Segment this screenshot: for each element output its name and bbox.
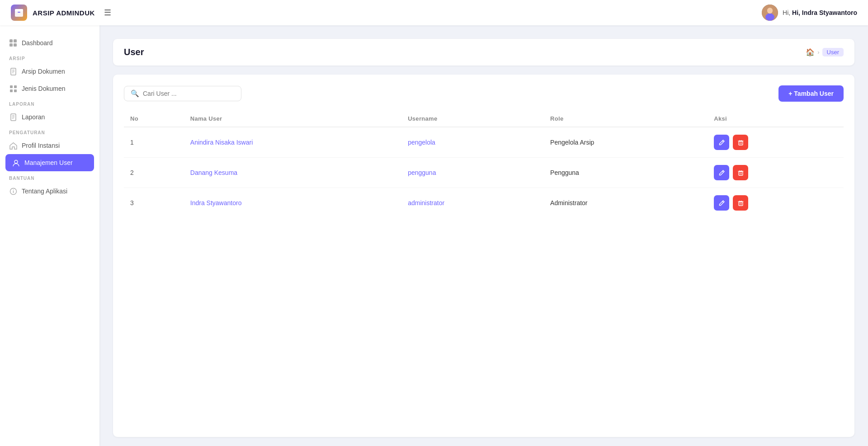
- sidebar-item-manajemen-user[interactable]: Manajemen User: [5, 154, 94, 171]
- cell-no: 2: [124, 158, 184, 188]
- svg-rect-17: [10, 89, 13, 92]
- sidebar-item-label: Dashboard: [22, 39, 53, 47]
- edit-button[interactable]: [714, 195, 729, 211]
- content-card: 🔍 + Tambah User No Nama User Username Ro…: [113, 75, 854, 437]
- breadcrumb: 🏠 › User: [806, 48, 844, 56]
- grid-icon: [9, 39, 17, 47]
- table-row: 2 Danang Kesuma pengguna Pengguna: [124, 158, 844, 188]
- section-label-bantuan: BANTUAN: [0, 171, 99, 183]
- sidebar-item-label: Tentang Aplikasi: [22, 188, 67, 195]
- cell-role: Pengelola Arsip: [544, 127, 708, 158]
- section-label-pengaturan: PENGATURAN: [0, 126, 99, 137]
- cell-username: administrator: [401, 188, 544, 218]
- sidebar-item-label: Manajemen User: [24, 159, 73, 166]
- navbar: ARSIP ADMINDUK ☰ Hi, Hi, Indra Styawanto…: [0, 0, 868, 25]
- navbar-right: Hi, Hi, Indra Styawantoro: [762, 5, 857, 21]
- cell-username: pengelola: [401, 127, 544, 158]
- svg-rect-7: [9, 39, 13, 42]
- app-logo: [11, 5, 27, 21]
- toolbar: 🔍 + Tambah User: [124, 85, 844, 102]
- aksi-group: [714, 165, 837, 180]
- app-title: ARSIP ADMINDUK: [33, 9, 95, 17]
- cell-username: pengguna: [401, 158, 544, 188]
- svg-rect-15: [10, 85, 13, 88]
- home-icon: [9, 141, 17, 150]
- aksi-group: [714, 135, 837, 150]
- col-no: No: [124, 111, 184, 127]
- svg-rect-10: [14, 43, 17, 47]
- sidebar-item-tentang-aplikasi[interactable]: Tentang Aplikasi: [0, 183, 99, 200]
- sidebar-item-label: Profil Instansi: [22, 142, 60, 149]
- search-input[interactable]: [143, 90, 235, 97]
- report-icon: [9, 113, 17, 121]
- col-aksi: Aksi: [708, 111, 844, 127]
- svg-rect-9: [9, 43, 13, 47]
- svg-rect-36: [739, 172, 743, 175]
- breadcrumb-home-icon: 🏠: [806, 48, 815, 56]
- svg-point-23: [14, 160, 18, 163]
- svg-line-35: [722, 171, 723, 172]
- page-header: User 🏠 › User: [113, 39, 854, 66]
- sidebar-item-dashboard[interactable]: Dashboard: [0, 34, 99, 52]
- search-icon: 🔍: [131, 89, 139, 98]
- svg-rect-8: [14, 39, 17, 42]
- avatar: [762, 5, 778, 21]
- grid-small-icon: [9, 85, 17, 93]
- sidebar-item-laporan[interactable]: Laporan: [0, 108, 99, 126]
- table-row: 1 Anindira Nisaka Iswari pengelola Penge…: [124, 127, 844, 158]
- col-nama-user: Nama User: [184, 111, 401, 127]
- navbar-left: ARSIP ADMINDUK ☰: [11, 5, 111, 21]
- table-row: 3 Indra Styawantoro administrator Admini…: [124, 188, 844, 218]
- delete-button[interactable]: [733, 135, 748, 150]
- sidebar-item-label: Arsip Dokumen: [22, 68, 65, 75]
- sidebar: Dashboard ARSIP Arsip Dokumen Jenis Doku…: [0, 25, 99, 446]
- cell-nama-user: Indra Styawantoro: [184, 188, 401, 218]
- sidebar-item-jenis-dokumen[interactable]: Jenis Dokumen: [0, 80, 99, 97]
- cell-nama-user: Anindira Nisaka Iswari: [184, 127, 401, 158]
- svg-line-43: [722, 201, 723, 202]
- search-box: 🔍: [124, 86, 241, 101]
- sidebar-item-label: Jenis Dokumen: [22, 85, 66, 92]
- svg-rect-16: [14, 85, 17, 88]
- cell-aksi: [708, 158, 844, 188]
- cell-no: 3: [124, 188, 184, 218]
- sidebar-item-profil-instansi[interactable]: Profil Instansi: [0, 137, 99, 154]
- file-icon: [9, 67, 17, 75]
- col-username: Username: [401, 111, 544, 127]
- breadcrumb-separator: ›: [817, 49, 819, 56]
- svg-point-26: [13, 189, 14, 190]
- cell-role: Administrator: [544, 188, 708, 218]
- breadcrumb-current: User: [822, 48, 844, 56]
- svg-rect-2: [18, 12, 20, 13]
- svg-rect-44: [739, 202, 743, 206]
- svg-rect-28: [739, 141, 743, 145]
- delete-button[interactable]: [733, 165, 748, 180]
- sidebar-item-label: Laporan: [22, 113, 45, 121]
- table-body: 1 Anindira Nisaka Iswari pengelola Penge…: [124, 127, 844, 218]
- col-role: Role: [544, 111, 708, 127]
- cell-aksi: [708, 127, 844, 158]
- main-content: User 🏠 › User 🔍 + Tambah User No Nama Us…: [99, 25, 868, 446]
- svg-line-27: [722, 141, 723, 142]
- info-icon: [9, 187, 17, 195]
- section-label-laporan: LAPORAN: [0, 97, 99, 108]
- cell-nama-user: Danang Kesuma: [184, 158, 401, 188]
- section-label-arsip: ARSIP: [0, 52, 99, 63]
- edit-button[interactable]: [714, 165, 729, 180]
- cell-no: 1: [124, 127, 184, 158]
- hamburger-icon[interactable]: ☰: [104, 8, 111, 18]
- svg-rect-18: [14, 89, 17, 92]
- svg-rect-1: [15, 9, 23, 11]
- users-table: No Nama User Username Role Aksi 1 Anindi…: [124, 111, 844, 218]
- edit-button[interactable]: [714, 135, 729, 150]
- sidebar-item-arsip-dokumen[interactable]: Arsip Dokumen: [0, 63, 99, 80]
- add-user-button[interactable]: + Tambah User: [778, 85, 844, 102]
- aksi-group: [714, 195, 837, 211]
- svg-point-6: [767, 8, 773, 13]
- user-greeting: Hi, Hi, Indra Styawantoro: [783, 9, 857, 16]
- cell-aksi: [708, 188, 844, 218]
- delete-button[interactable]: [733, 195, 748, 211]
- user-icon: [12, 159, 20, 167]
- cell-role: Pengguna: [544, 158, 708, 188]
- table-header: No Nama User Username Role Aksi: [124, 111, 844, 127]
